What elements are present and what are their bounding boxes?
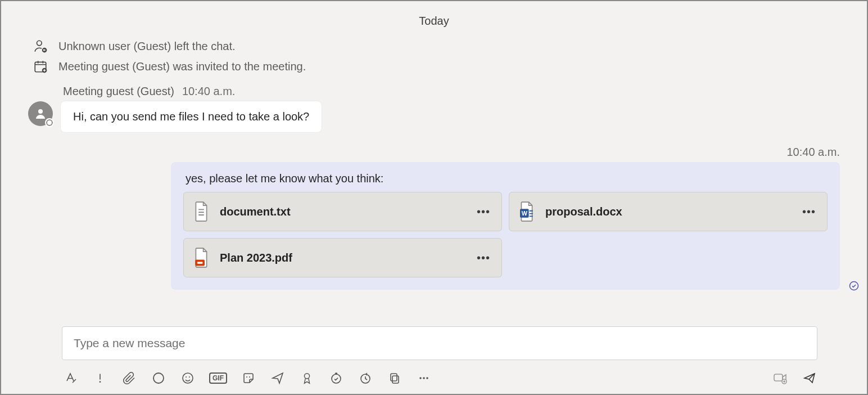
svg-point-10 <box>100 381 101 383</box>
attach-button[interactable] <box>121 370 137 386</box>
outgoing-bubble[interactable]: yes, please let me know what you think: … <box>171 162 840 290</box>
file-more-button[interactable]: ••• <box>473 203 494 221</box>
viva-button[interactable] <box>328 370 344 386</box>
svg-point-15 <box>249 376 250 378</box>
read-receipt-icon <box>849 281 859 293</box>
svg-point-23 <box>426 377 428 379</box>
file-pdf-icon <box>192 248 211 268</box>
svg-text:W: W <box>522 210 528 217</box>
file-attachment[interactable]: document.txt ••• <box>183 192 502 231</box>
compose-box[interactable] <box>62 326 817 360</box>
incoming-message: Meeting guest (Guest) 10:40 a.m. Hi, can… <box>28 85 840 132</box>
message-time: 10:40 a.m. <box>182 85 236 98</box>
more-button[interactable] <box>416 370 432 386</box>
gif-button[interactable]: GIF <box>209 370 227 386</box>
video-clip-button[interactable] <box>772 370 788 386</box>
svg-rect-8 <box>197 262 203 264</box>
updates-button[interactable] <box>358 370 373 386</box>
copy-button[interactable] <box>387 370 403 386</box>
svg-point-21 <box>419 377 422 379</box>
svg-point-17 <box>332 374 341 383</box>
svg-rect-24 <box>774 374 783 381</box>
emoji-button[interactable] <box>180 370 196 386</box>
message-time: 10:40 a.m. <box>786 146 840 159</box>
svg-point-13 <box>189 376 190 378</box>
file-txt-icon <box>192 201 211 222</box>
svg-point-22 <box>423 377 425 379</box>
approvals-button[interactable] <box>299 370 315 386</box>
outgoing-message: 10:40 a.m. yes, please let me know what … <box>1 146 867 290</box>
file-attachment[interactable]: W proposal.docx ••• <box>509 192 828 231</box>
incoming-bubble[interactable]: Hi, can you send me files I need to take… <box>61 101 322 132</box>
svg-point-0 <box>37 41 42 46</box>
message-input[interactable] <box>73 336 807 351</box>
person-left-icon <box>33 39 48 53</box>
file-name: proposal.docx <box>545 205 790 218</box>
system-event-text: Meeting guest (Guest) was invited to the… <box>58 60 306 73</box>
send-button[interactable] <box>802 370 817 386</box>
presence-indicator <box>45 118 54 127</box>
message-text: Hi, can you send me files I need to take… <box>73 110 309 123</box>
format-button[interactable] <box>63 370 79 386</box>
share-button[interactable] <box>270 370 286 386</box>
file-name: document.txt <box>220 205 464 218</box>
avatar[interactable] <box>28 101 53 126</box>
sticker-button[interactable] <box>241 370 256 386</box>
file-more-button[interactable]: ••• <box>473 249 494 267</box>
loop-button[interactable] <box>151 370 166 386</box>
svg-point-16 <box>304 374 309 379</box>
file-docx-icon: W <box>517 201 536 222</box>
file-attachment[interactable]: Plan 2023.pdf ••• <box>183 238 502 277</box>
calendar-add-icon <box>33 59 48 74</box>
system-event-invited: Meeting guest (Guest) was invited to the… <box>33 59 840 74</box>
svg-point-9 <box>850 282 858 290</box>
date-separator: Today <box>28 7 840 33</box>
file-name: Plan 2023.pdf <box>220 252 464 264</box>
svg-point-12 <box>186 376 187 378</box>
sender-name: Meeting guest (Guest) <box>63 85 174 98</box>
priority-button[interactable] <box>92 370 108 386</box>
svg-point-14 <box>246 376 247 378</box>
system-event-left: Unknown user (Guest) left the chat. <box>33 39 840 53</box>
message-text: yes, please let me know what you think: <box>186 172 828 185</box>
svg-rect-19 <box>392 376 399 383</box>
svg-point-4 <box>38 109 43 114</box>
svg-point-11 <box>183 373 193 383</box>
compose-toolbar: GIF <box>63 370 817 386</box>
file-more-button[interactable]: ••• <box>799 203 819 221</box>
svg-rect-20 <box>391 374 397 381</box>
system-event-text: Unknown user (Guest) left the chat. <box>58 40 236 53</box>
